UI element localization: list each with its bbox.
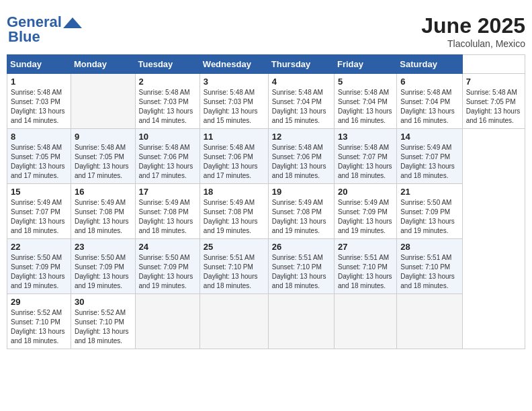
sunset: Sunset: 7:03 PM <box>11 98 60 105</box>
table-row <box>334 294 396 349</box>
sunrise: Sunrise: 5:48 AM <box>338 89 389 96</box>
table-row: 7 Sunrise: 5:48 AM Sunset: 7:05 PM Dayli… <box>462 74 525 129</box>
calendar-row: 15 Sunrise: 5:49 AM Sunset: 7:07 PM Dayl… <box>7 184 525 239</box>
sunrise: Sunrise: 5:48 AM <box>400 89 451 96</box>
day-number: 25 <box>204 242 265 252</box>
sunset: Sunset: 7:09 PM <box>139 263 189 271</box>
day-number: 3 <box>204 77 265 87</box>
daylight: Daylight: 13 hours and 18 minutes. <box>400 163 455 179</box>
daylight: Daylight: 13 hours and 18 minutes. <box>204 273 258 289</box>
sunset: Sunset: 7:04 PM <box>338 98 388 105</box>
daylight: Daylight: 13 hours and 16 minutes. <box>400 107 455 124</box>
table-row: 10 Sunrise: 5:48 AM Sunset: 7:06 PM Dayl… <box>135 129 200 184</box>
sunset: Sunset: 7:06 PM <box>272 153 322 161</box>
daylight: Daylight: 13 hours and 19 minutes. <box>400 218 455 234</box>
col-saturday: Saturday <box>397 55 462 74</box>
col-tuesday: Tuesday <box>135 55 200 74</box>
sunrise: Sunrise: 5:49 AM <box>272 199 323 206</box>
day-number: 2 <box>139 77 196 87</box>
calendar-table: Sunday Monday Tuesday Wednesday Thursday… <box>7 54 525 349</box>
day-number: 8 <box>11 132 67 142</box>
sunrise: Sunrise: 5:50 AM <box>400 199 451 206</box>
day-detail: Sunrise: 5:48 AM Sunset: 7:03 PM Dayligh… <box>204 88 265 126</box>
day-detail: Sunrise: 5:51 AM Sunset: 7:10 PM Dayligh… <box>272 253 330 291</box>
daylight: Daylight: 13 hours and 15 minutes. <box>204 107 258 124</box>
day-number: 11 <box>204 132 265 142</box>
table-row: 17 Sunrise: 5:49 AM Sunset: 7:08 PM Dayl… <box>135 184 200 239</box>
table-row: 6 Sunrise: 5:48 AM Sunset: 7:04 PM Dayli… <box>397 74 462 129</box>
day-number: 13 <box>338 132 393 142</box>
day-detail: Sunrise: 5:49 AM Sunset: 7:07 PM Dayligh… <box>11 198 67 236</box>
sunset: Sunset: 7:10 PM <box>11 318 60 326</box>
table-row: 26 Sunrise: 5:51 AM Sunset: 7:10 PM Dayl… <box>268 239 334 294</box>
day-detail: Sunrise: 5:49 AM Sunset: 7:09 PM Dayligh… <box>338 198 393 236</box>
calendar-row: 22 Sunrise: 5:50 AM Sunset: 7:09 PM Dayl… <box>7 239 525 294</box>
sunset: Sunset: 7:09 PM <box>400 208 450 216</box>
col-sunday: Sunday <box>7 55 71 74</box>
table-row: 9 Sunrise: 5:48 AM Sunset: 7:05 PM Dayli… <box>71 129 135 184</box>
table-row: 13 Sunrise: 5:48 AM Sunset: 7:07 PM Dayl… <box>334 129 396 184</box>
day-number: 29 <box>11 297 67 307</box>
table-row: 27 Sunrise: 5:51 AM Sunset: 7:10 PM Dayl… <box>334 239 396 294</box>
day-number: 12 <box>272 132 330 142</box>
daylight: Daylight: 13 hours and 14 minutes. <box>139 107 193 124</box>
logo: General Blue <box>7 13 82 46</box>
sunrise: Sunrise: 5:48 AM <box>75 144 126 151</box>
day-detail: Sunrise: 5:48 AM Sunset: 7:06 PM Dayligh… <box>272 143 330 181</box>
sunrise: Sunrise: 5:48 AM <box>139 89 190 96</box>
table-row <box>397 294 462 349</box>
daylight: Daylight: 13 hours and 14 minutes. <box>11 107 65 124</box>
day-detail: Sunrise: 5:51 AM Sunset: 7:10 PM Dayligh… <box>204 253 265 291</box>
title-block: June 2025 Tlacolulan, Mexico <box>421 13 525 49</box>
sunrise: Sunrise: 5:48 AM <box>11 89 62 96</box>
daylight: Daylight: 13 hours and 18 minutes. <box>75 218 129 234</box>
sunset: Sunset: 7:05 PM <box>466 98 516 105</box>
daylight: Daylight: 13 hours and 17 minutes. <box>75 163 129 179</box>
calendar-row: 1 Sunrise: 5:48 AM Sunset: 7:03 PM Dayli… <box>7 74 525 129</box>
sunset: Sunset: 7:08 PM <box>204 208 253 216</box>
sunrise: Sunrise: 5:48 AM <box>338 144 389 151</box>
day-number: 6 <box>400 77 458 87</box>
daylight: Daylight: 13 hours and 17 minutes. <box>139 163 193 179</box>
table-row: 16 Sunrise: 5:49 AM Sunset: 7:08 PM Dayl… <box>71 184 135 239</box>
sunrise: Sunrise: 5:49 AM <box>139 199 190 206</box>
day-number: 18 <box>204 187 265 197</box>
table-row: 4 Sunrise: 5:48 AM Sunset: 7:04 PM Dayli… <box>268 74 334 129</box>
sunset: Sunset: 7:09 PM <box>75 263 124 271</box>
sunrise: Sunrise: 5:52 AM <box>11 309 62 316</box>
col-friday: Friday <box>334 55 396 74</box>
day-number: 1 <box>11 77 67 87</box>
sunrise: Sunrise: 5:51 AM <box>272 254 323 261</box>
day-detail: Sunrise: 5:50 AM Sunset: 7:09 PM Dayligh… <box>11 253 67 291</box>
daylight: Daylight: 13 hours and 18 minutes. <box>338 273 392 289</box>
sunset: Sunset: 7:05 PM <box>75 153 124 161</box>
day-detail: Sunrise: 5:48 AM Sunset: 7:04 PM Dayligh… <box>400 88 458 126</box>
daylight: Daylight: 13 hours and 18 minutes. <box>11 218 65 234</box>
sunrise: Sunrise: 5:49 AM <box>400 144 451 151</box>
day-number: 28 <box>400 242 458 252</box>
sunset: Sunset: 7:10 PM <box>75 318 124 326</box>
sunrise: Sunrise: 5:50 AM <box>11 254 62 261</box>
day-number: 21 <box>400 187 458 197</box>
table-row: 25 Sunrise: 5:51 AM Sunset: 7:10 PM Dayl… <box>200 239 268 294</box>
sunrise: Sunrise: 5:48 AM <box>272 89 323 96</box>
daylight: Daylight: 13 hours and 19 minutes. <box>11 273 65 289</box>
sunrise: Sunrise: 5:49 AM <box>11 199 62 206</box>
sunrise: Sunrise: 5:51 AM <box>338 254 389 261</box>
day-number: 30 <box>75 297 132 307</box>
daylight: Daylight: 13 hours and 18 minutes. <box>272 273 326 289</box>
table-row: 30 Sunrise: 5:52 AM Sunset: 7:10 PM Dayl… <box>71 294 135 349</box>
logo-icon <box>63 16 82 30</box>
day-number: 4 <box>272 77 330 87</box>
table-row: 14 Sunrise: 5:49 AM Sunset: 7:07 PM Dayl… <box>397 129 462 184</box>
daylight: Daylight: 13 hours and 16 minutes. <box>338 107 392 124</box>
sunset: Sunset: 7:03 PM <box>139 98 189 105</box>
sunset: Sunset: 7:07 PM <box>11 208 60 216</box>
day-number: 27 <box>338 242 393 252</box>
sunrise: Sunrise: 5:48 AM <box>204 89 255 96</box>
sunset: Sunset: 7:04 PM <box>272 98 322 105</box>
day-number: 24 <box>139 242 196 252</box>
table-row: 5 Sunrise: 5:48 AM Sunset: 7:04 PM Dayli… <box>334 74 396 129</box>
daylight: Daylight: 13 hours and 18 minutes. <box>139 218 193 234</box>
location-title: Tlacolulan, Mexico <box>421 38 525 49</box>
